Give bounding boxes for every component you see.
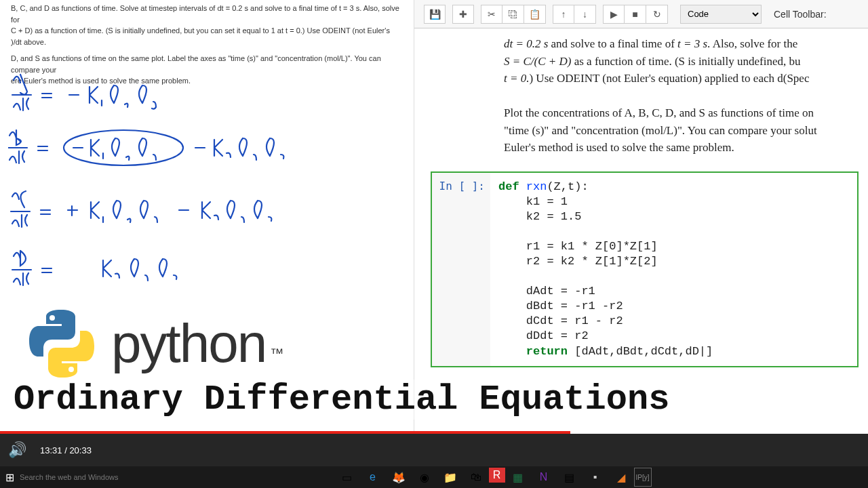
windows-taskbar: ⊞ Search the web and Windows ▭ e 🦊 ◉ 📁 🛍… xyxy=(0,466,868,488)
move-up-button[interactable]: ↑ xyxy=(553,5,574,24)
r-icon[interactable]: R xyxy=(489,468,505,483)
onenote-icon[interactable]: N xyxy=(531,468,557,487)
python-wordmark: python™ xyxy=(111,312,283,375)
copy-button[interactable]: ⿻ xyxy=(502,5,524,24)
video-controls: 🔊 13:31 / 20:33 xyxy=(0,434,868,466)
edge-icon[interactable]: e xyxy=(360,468,386,487)
app-icon[interactable]: ▤ xyxy=(557,468,583,487)
matlab-icon[interactable]: ◢ xyxy=(608,468,634,487)
ipython-icon[interactable]: IP[y] xyxy=(634,468,652,487)
code-editor[interactable]: def rxn(Z,t): k1 = 1 k2 = 1.5 r1 = k1 * … xyxy=(490,173,857,366)
excel-icon[interactable]: ▦ xyxy=(505,468,531,487)
paste-button[interactable]: 📋 xyxy=(524,5,546,24)
celltype-select[interactable]: Code xyxy=(680,5,762,24)
save-button[interactable]: 💾 xyxy=(424,5,446,24)
search-box[interactable]: Search the web and Windows xyxy=(20,473,121,481)
input-prompt: In [ ]: xyxy=(432,173,490,366)
video-title-overlay: Ordinary Differential Equations xyxy=(0,380,868,420)
cut-button[interactable]: ✂ xyxy=(481,5,502,24)
handwritten-equations xyxy=(8,68,347,298)
restart-button[interactable]: ↻ xyxy=(646,5,668,24)
video-time: 13:31 / 20:33 xyxy=(40,445,92,455)
python-logo: python™ xyxy=(24,306,283,381)
store-icon[interactable]: 🛍 xyxy=(463,468,489,487)
run-button[interactable]: ▶ xyxy=(603,5,625,24)
firefox-icon[interactable]: 🦊 xyxy=(386,468,412,487)
explorer-icon[interactable]: 📁 xyxy=(437,468,463,487)
move-down-button[interactable]: ↓ xyxy=(574,5,596,24)
stop-button[interactable]: ■ xyxy=(625,5,646,24)
markdown-cell: dt = 0.2 s and solve to a final time of … xyxy=(414,34,868,167)
volume-icon[interactable]: 🔊 xyxy=(8,441,26,459)
chrome-icon[interactable]: ◉ xyxy=(412,468,437,487)
notebook-toolbar: 💾 ✚ ✂ ⿻ 📋 ↑ ↓ ▶ ■ ↻ Code Cell Toolbar: xyxy=(414,0,868,28)
add-cell-button[interactable]: ✚ xyxy=(452,5,474,24)
python-logo-icon xyxy=(24,306,99,381)
code-cell[interactable]: In [ ]: def rxn(Z,t): k1 = 1 k2 = 1.5 r1… xyxy=(431,171,859,367)
lecture-slide: B, C, and D as functions of time. Solve … xyxy=(0,0,414,434)
problem-line: C + D) as a function of time. (S is init… xyxy=(11,25,408,37)
taskview-icon[interactable]: ▭ xyxy=(334,468,360,487)
celltoolbar-label: Cell Toolbar: xyxy=(774,9,827,20)
terminal-icon[interactable]: ▪ xyxy=(583,468,608,487)
start-button[interactable]: ⊞ xyxy=(5,471,14,484)
jupyter-notebook: 💾 ✚ ✂ ⿻ 📋 ↑ ↓ ▶ ■ ↻ Code Cell Toolbar: d… xyxy=(414,0,868,434)
problem-line: B, C, and D as functions of time. Solve … xyxy=(11,3,408,25)
problem-line: )/dt above. xyxy=(11,37,408,48)
